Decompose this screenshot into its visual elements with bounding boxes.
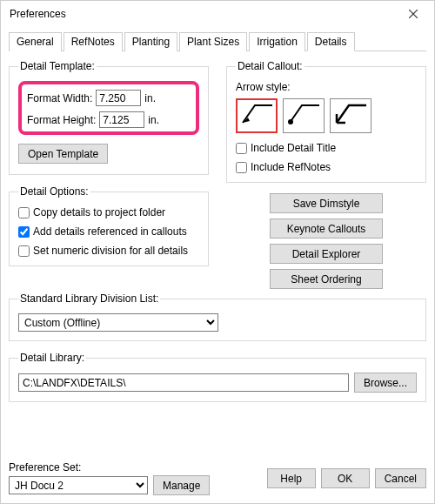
arrow-style-2[interactable]	[283, 98, 325, 133]
copy-details-label: Copy details to project folder	[33, 206, 165, 218]
preference-set-select[interactable]: JH Docu 2	[9, 476, 148, 494]
tab-refnotes[interactable]: RefNotes	[64, 32, 123, 51]
browse-button[interactable]: Browse...	[354, 373, 417, 393]
tab-strip: General RefNotes Planting Plant Sizes Ir…	[9, 31, 426, 51]
detail-explorer-button[interactable]: Detail Explorer	[270, 244, 383, 264]
help-button[interactable]: Help	[267, 468, 316, 488]
detail-library-legend: Detail Library:	[18, 352, 86, 364]
detail-template-legend: Detail Template:	[18, 60, 97, 72]
close-icon	[409, 10, 418, 18]
footer: Preference Set: JH Docu 2 Manage Help OK…	[9, 461, 426, 495]
keynote-callouts-button[interactable]: Keynote Callouts	[270, 218, 383, 239]
side-button-stack: Save Dimstyle Keynote Callouts Detail Ex…	[226, 193, 426, 289]
preference-set-label: Preference Set:	[9, 461, 210, 474]
open-template-button[interactable]: Open Template	[18, 144, 108, 164]
ok-button[interactable]: OK	[321, 468, 370, 488]
tab-details[interactable]: Details	[307, 32, 355, 51]
tab-plantsizes[interactable]: Plant Sizes	[179, 32, 247, 51]
include-refnotes-checkbox[interactable]	[236, 162, 247, 173]
copy-details-checkbox[interactable]	[18, 207, 30, 218]
detail-library-path[interactable]: C:\LANDFX\DETAILS\	[18, 373, 349, 392]
arrow-icon-2	[286, 102, 321, 130]
include-title-label: Include Detail Title	[251, 142, 336, 154]
preference-set-group: Preference Set: JH Docu 2 Manage	[9, 461, 210, 495]
titlebar: Preferences	[1, 1, 434, 27]
format-width-label: Format Width:	[27, 92, 92, 104]
tab-planting[interactable]: Planting	[124, 32, 177, 51]
include-refnotes-label: Include RefNotes	[251, 161, 331, 173]
dialog-buttons: Help OK Cancel	[267, 468, 426, 488]
std-library-group: Standard Library Division List: Custom (…	[9, 292, 426, 341]
arrow-style-3[interactable]	[330, 98, 371, 133]
window-title: Preferences	[10, 8, 66, 20]
arrow-icon-3	[333, 102, 368, 130]
manage-button[interactable]: Manage	[153, 475, 210, 495]
format-height-label: Format Height:	[27, 114, 96, 126]
detail-callout-group: Detail Callout: Arrow style:	[226, 60, 426, 183]
include-title-checkbox[interactable]	[236, 143, 247, 154]
numeric-division-checkbox[interactable]	[18, 245, 30, 257]
std-library-legend: Standard Library Division List:	[18, 292, 160, 305]
arrow-style-label: Arrow style:	[236, 81, 417, 93]
format-width-unit: in.	[144, 92, 156, 104]
tab-irrigation[interactable]: Irrigation	[249, 32, 305, 51]
detail-library-group: Detail Library: C:\LANDFX\DETAILS\ Brows…	[9, 352, 426, 402]
detail-callout-legend: Detail Callout:	[236, 60, 304, 72]
arrow-style-options	[236, 98, 417, 133]
save-dimstyle-button[interactable]: Save Dimstyle	[270, 193, 383, 213]
arrow-style-1[interactable]	[236, 98, 278, 133]
close-button[interactable]	[396, 2, 431, 26]
std-library-select[interactable]: Custom (Offline)	[18, 313, 218, 332]
cancel-button[interactable]: Cancel	[375, 468, 426, 488]
sheet-ordering-button[interactable]: Sheet Ordering	[270, 269, 383, 289]
add-details-label: Add details referenced in callouts	[33, 225, 187, 238]
tab-general[interactable]: General	[9, 32, 62, 51]
svg-point-3	[288, 119, 293, 124]
format-width-input[interactable]	[96, 90, 141, 106]
detail-template-group: Detail Template: Format Width: in. Forma…	[9, 60, 209, 175]
preferences-window: Preferences General RefNotes Planting Pl…	[0, 0, 435, 504]
content-area: General RefNotes Planting Plant Sizes Ir…	[1, 27, 434, 503]
format-height-input[interactable]	[99, 111, 144, 128]
add-details-checkbox[interactable]	[18, 226, 30, 238]
arrow-icon-1	[239, 102, 274, 130]
numeric-division-label: Set numeric division for all details	[33, 245, 188, 257]
detail-options-legend: Detail Options:	[18, 185, 90, 198]
detail-options-group: Detail Options: Copy details to project …	[9, 185, 209, 266]
format-highlight: Format Width: in. Format Height: in.	[18, 81, 199, 135]
format-height-unit: in.	[148, 114, 159, 126]
